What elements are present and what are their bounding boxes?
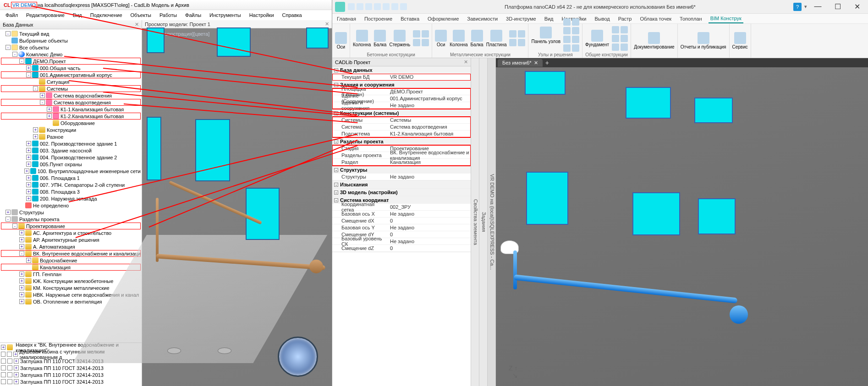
ribbon-mini-button[interactable] — [509, 39, 516, 46]
ribbon-tab[interactable]: Оформление — [426, 15, 461, 23]
qat-new-icon[interactable] — [348, 3, 355, 10]
prop-section-header[interactable]: -Структуры — [332, 166, 471, 174]
new-tab-button[interactable]: + — [545, 59, 549, 66]
checkbox[interactable] — [7, 359, 12, 364]
ribbon-mini-button[interactable] — [572, 18, 579, 26]
checkbox[interactable] — [7, 352, 11, 357]
checkbox[interactable] — [7, 379, 12, 384]
ribbon-tab[interactable]: BIM Конструк — [709, 14, 743, 23]
prop-value[interactable]: Не задано — [387, 103, 471, 108]
checkbox[interactable] — [1, 379, 6, 384]
tree-toggle-icon[interactable]: - — [19, 59, 24, 64]
viewcube-compass[interactable] — [278, 337, 318, 377]
tree-node[interactable]: +ГП. Генплан — [1, 271, 141, 277]
ribbon-mini-button[interactable] — [621, 35, 628, 42]
prop-row[interactable]: Базовый уровень СКНе задано — [332, 238, 471, 245]
prop-section-header[interactable]: -Изыскания — [332, 181, 471, 188]
tree-node[interactable]: +Разное — [1, 133, 141, 140]
menu-item[interactable]: Вид — [69, 11, 86, 19]
ribbon-button[interactable]: Фундамент — [585, 30, 609, 47]
tree-toggle-icon[interactable]: + — [19, 285, 24, 290]
close-button[interactable]: ✕ — [849, 2, 865, 11]
tree-node[interactable]: +АР. Архитектурные решения — [1, 236, 141, 243]
ribbon-mini-button[interactable] — [563, 18, 571, 26]
qat-redo-icon[interactable] — [391, 3, 398, 10]
tree-node[interactable]: -Комплекс Демо — [1, 51, 141, 58]
tree-node[interactable]: +Водоснабжение — [1, 257, 141, 264]
ribbon-button[interactable]: Сервис — [732, 32, 748, 49]
prop-value[interactable]: Не задано — [387, 225, 471, 230]
menu-item[interactable]: Работы — [156, 11, 181, 19]
tree-toggle-icon[interactable]: + — [33, 127, 38, 132]
tree-node[interactable]: +К1-1.Канализация бытовая — [1, 106, 141, 113]
prop-value[interactable]: К1-2.Канализация бытовая — [387, 131, 471, 136]
tree-node[interactable]: +Конструкции — [1, 126, 141, 133]
tree-node[interactable]: +Структуры — [1, 209, 141, 216]
ribbon-button[interactable]: Оси — [435, 30, 447, 47]
checkbox[interactable] — [7, 365, 12, 370]
prop-value[interactable]: Не задано — [387, 211, 471, 217]
nanocad-logo-icon[interactable] — [335, 2, 345, 12]
menu-item[interactable]: Файл — [2, 11, 22, 19]
prop-row[interactable]: Смещение dX0 — [332, 217, 471, 224]
tree-toggle-icon[interactable]: + — [40, 93, 45, 98]
tree-toggle-icon[interactable]: + — [26, 196, 31, 201]
qat-print-icon[interactable] — [400, 3, 407, 10]
tree-node[interactable]: +006. Площадка 1 — [1, 174, 141, 181]
ribbon-mini-button[interactable] — [621, 26, 628, 33]
qat-open-icon[interactable] — [357, 3, 363, 10]
tree-toggle-icon[interactable]: + — [26, 175, 31, 180]
tree-node[interactable]: Ситуация — [1, 78, 141, 85]
prop-row[interactable]: Текущая БДVR DEMO — [332, 74, 471, 81]
expand-icon[interactable]: + — [14, 379, 19, 384]
tree-node[interactable]: -ВК. Внутреннее водоснабжение и канализа… — [1, 250, 141, 257]
ribbon-mini-button[interactable] — [612, 26, 619, 33]
tree-toggle-icon[interactable]: - — [19, 251, 24, 256]
collapse-icon[interactable]: - — [334, 183, 338, 187]
checkbox[interactable] — [1, 365, 6, 370]
prop-row[interactable]: РазделКанализация — [332, 159, 471, 166]
tree-node[interactable]: +Система водоснабжения — [1, 92, 141, 99]
ribbon-mini-button[interactable] — [413, 30, 420, 38]
ribbon-mini-button[interactable] — [612, 35, 619, 42]
qat-save-icon[interactable] — [365, 3, 372, 10]
viewport-close-icon[interactable]: ✕ — [325, 21, 329, 27]
ribbon-mini-button[interactable] — [563, 44, 571, 52]
ribbon-mini-button[interactable] — [563, 36, 571, 43]
tree-toggle-icon[interactable]: + — [47, 114, 52, 119]
tree-node[interactable]: +К1-2.Канализация бытовая — [1, 113, 141, 120]
ribbon-mini-button[interactable] — [572, 44, 579, 52]
expand-icon[interactable]: + — [14, 365, 19, 370]
model-viewport[interactable]: Просмотр модели: Проект 1 ✕ [Вид][Иллюст… — [142, 20, 332, 386]
tree-toggle-icon[interactable]: + — [47, 107, 52, 112]
prop-value[interactable]: 001.Административный корпус — [387, 96, 471, 101]
prop-value[interactable]: Не задано — [387, 174, 471, 179]
tree-node[interactable]: +200. Наружная эстакада — [1, 195, 141, 202]
tree-node[interactable]: +007. УПН. Сепараторы 2-ой ступени — [1, 181, 141, 188]
tree-toggle-icon[interactable]: + — [33, 134, 38, 139]
checkbox[interactable] — [7, 372, 12, 377]
help-dropdown-icon[interactable]: ▾ — [804, 4, 807, 10]
prop-row[interactable]: Базовая ось XНе задано — [332, 211, 471, 217]
ribbon-mini-button[interactable] — [422, 30, 429, 38]
tree-node[interactable]: -Разделы проекта — [1, 216, 141, 223]
ribbon-button[interactable]: Балка — [374, 30, 386, 47]
prop-row[interactable]: Смещение dZ0 — [332, 245, 471, 252]
prop-section-header[interactable]: -Конструкции (системы) — [332, 109, 471, 117]
side-tab-db[interactable]: VR DEMO на (local)\SQLEXPRESS - Ca... — [488, 58, 496, 386]
menu-item[interactable]: Объекты — [127, 11, 155, 19]
ribbon-button[interactable]: Документирование — [634, 32, 675, 49]
expand-icon[interactable]: + — [14, 372, 19, 377]
ribbon-mini-button[interactable] — [572, 27, 579, 34]
tree-toggle-icon[interactable]: + — [26, 162, 31, 167]
menu-item[interactable]: Справка — [279, 11, 306, 19]
collapse-icon[interactable]: - — [334, 68, 338, 72]
collapse-icon[interactable]: - — [334, 140, 338, 144]
ribbon-tab[interactable]: Главная — [335, 15, 358, 23]
ribbon-button[interactable]: Панель узлов — [531, 27, 560, 44]
ribbon-tab[interactable]: Вывод — [593, 15, 611, 23]
tree-toggle-icon[interactable]: + — [19, 299, 24, 304]
ribbon-tab[interactable]: Зависимости — [465, 15, 500, 23]
viewport-canvas[interactable]: [Вид][Иллюстрация][цвета] — [142, 28, 332, 386]
tree-node[interactable]: -Все объекты — [1, 44, 141, 51]
